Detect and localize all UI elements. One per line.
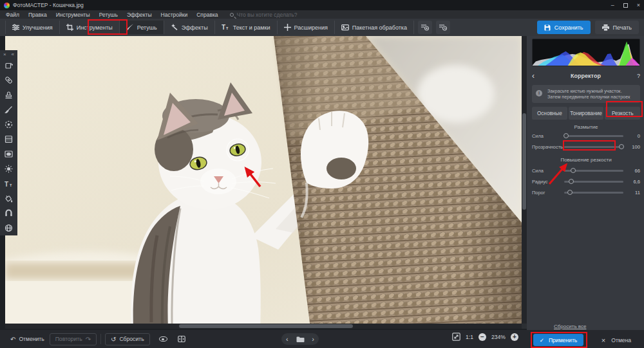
cancel-button[interactable]: × Отмена [591,334,641,346]
actual-size-button[interactable]: 1:1 [466,334,473,340]
tab-sharpness[interactable]: Резкость [605,107,640,120]
horizontal-scroll-thumb[interactable] [179,324,353,328]
folder-icon[interactable] [296,336,305,343]
slider-thumb[interactable] [564,133,569,138]
hint-line-1: Закрасьте кистью нужный участок. [547,88,636,94]
help-icon[interactable]: ? [637,73,640,79]
tool-vignette[interactable] [0,147,17,161]
plus-icon [284,24,291,31]
next-photo-button[interactable]: › [312,335,314,343]
menu-edit[interactable]: Правка [28,12,47,18]
tool-healing-patch[interactable] [0,73,17,87]
slider-thumb[interactable] [569,179,574,184]
slider-thumb[interactable] [571,168,576,173]
canvas-horizontal-scrollbar[interactable] [5,324,522,329]
crop-icon [66,24,73,31]
tool-crop-rotate[interactable] [0,58,17,73]
cancel-x-icon: × [601,336,605,344]
minimize-button[interactable]: – [611,3,614,8]
tab-tools[interactable]: Инструменты [60,21,120,34]
redo-icon: ↷ [86,336,91,343]
undo-icon: ↶ [10,336,15,343]
sliders-icon [12,24,19,31]
slider-track[interactable] [564,181,623,183]
info-icon: i [536,90,542,96]
panel-title: Корректор [535,73,637,79]
photo-navigator: ‹ › [281,333,319,345]
tool-magnet[interactable] [0,206,17,221]
reset-button[interactable]: ↺ Сбросить [105,333,150,345]
tool-brush[interactable] [0,102,17,117]
tab-extensions[interactable]: Расширения [278,21,335,34]
vertical-scroll-thumb[interactable] [522,113,526,210]
menu-settings[interactable]: Настройки [161,12,188,18]
slider-blur-strength: Сила 0 [532,131,640,141]
tool-clone-stamp[interactable] [0,87,17,102]
check-icon: ✓ [540,337,544,343]
slider-sharpen-threshold: Порог 11 [532,187,640,197]
tool-globe[interactable] [0,221,17,235]
zoom-in-button[interactable]: + [511,333,518,341]
adjustment-tabs: Основные Тонирование Резкость [532,107,640,120]
app-window: ФотоМАСТЕР - Кошечка.jpg – × Файл Правка… [0,0,644,348]
tool-text[interactable]: Tт [0,176,17,191]
menu-retouch[interactable]: Ретушь [99,12,118,18]
print-button[interactable]: Печать [595,21,639,34]
slider-track[interactable] [564,192,623,194]
save-button[interactable]: Сохранить [537,21,591,34]
redo-button[interactable]: Повторить ↷ [50,333,97,345]
window-title: ФотоМАСТЕР - Кошечка.jpg [13,2,84,8]
zoom-level[interactable]: 234% [491,334,506,340]
menu-tools[interactable]: Инструменты [56,12,90,18]
quick-preset-button-1[interactable] [418,21,432,34]
menu-effects[interactable]: Эффекты [127,12,152,18]
reset-icon: ↺ [111,336,116,343]
rail-close-icon[interactable]: × [3,51,6,57]
slider-sharpen-strength: Сила 66 [532,165,640,176]
canvas-vertical-scrollbar[interactable] [522,36,527,324]
before-after-button[interactable] [173,333,191,345]
tool-graduated-filter[interactable] [0,132,17,147]
tab-basic[interactable]: Основные [532,107,567,120]
right-panel: ‹ Корректор ? i Закрасьте кистью нужный … [527,36,644,330]
tab-effects[interactable]: Эффекты [164,21,215,34]
app-logo-icon [4,3,10,8]
tool-radial-filter[interactable] [0,117,17,132]
tool-fill-bucket[interactable] [0,191,17,206]
menu-help[interactable]: Справка [196,12,218,18]
search-placeholder: Что вы хотите сделать? [237,12,298,18]
photo-canvas[interactable] [5,36,522,328]
tab-toning[interactable]: Тонирование [569,107,604,120]
tab-batch-processing[interactable]: Пакетная обработка [335,21,414,34]
section-title-sharpen: Повышение резкости [532,157,640,163]
slider-track[interactable] [564,170,623,172]
tool-brightness[interactable] [0,161,17,176]
histogram [532,39,640,66]
fit-screen-button[interactable] [452,333,460,341]
quick-search[interactable]: Что вы хотите сделать? [230,12,298,18]
prev-photo-button[interactable]: ‹ [286,335,289,343]
zoom-controls: 1:1 − 234% + [452,333,518,341]
close-button[interactable]: × [637,3,640,8]
scrollbar-corner [522,324,527,329]
reset-all-link[interactable]: Сбросить все [554,324,586,329]
apply-button[interactable]: ✓ Применить [533,334,583,346]
slider-thumb[interactable] [567,190,573,195]
quick-preset-button-2[interactable] [436,21,450,34]
preview-original-button[interactable] [154,333,173,345]
slider-track[interactable] [564,146,623,148]
undo-button[interactable]: ↶ Отменить [5,333,50,345]
divider [100,334,101,344]
svg-text:т: т [10,183,12,187]
slider-thumb[interactable] [619,144,624,149]
zoom-out-button[interactable]: − [478,333,486,341]
slider-track[interactable] [564,135,623,137]
rail-collapse-icon[interactable]: « [12,51,14,57]
tab-retouch[interactable]: Ретушь [120,21,164,34]
search-icon [230,13,234,17]
menu-file[interactable]: Файл [6,12,19,18]
maximize-button[interactable] [623,3,628,8]
svg-text:T: T [222,24,225,31]
tab-text-frames[interactable]: Tт Текст и рамки [215,21,278,34]
tab-enhancements[interactable]: Улучшения [5,21,60,34]
